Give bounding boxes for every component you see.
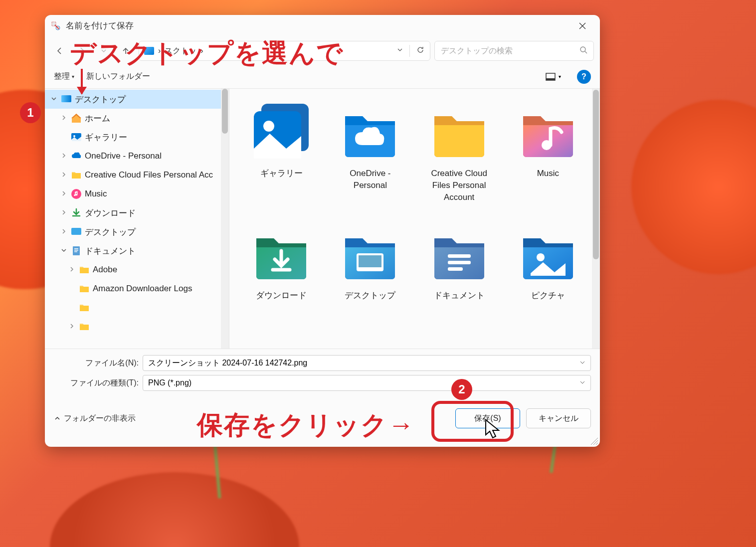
tree-item[interactable]: デスクトップ [45,222,229,241]
chevron-icon[interactable] [60,172,68,179]
file-item-label: デスクトップ [345,290,395,314]
chevron-icon[interactable] [68,266,76,274]
file-item-label: ピクチャ [531,290,565,314]
file-item[interactable]: ピクチャ [506,217,590,318]
breadcrumb-current[interactable]: スクトッ [165,46,196,56]
content-area: デスクトップホームギャラリーOneDrive - PersonalCreativ… [45,89,600,349]
tree-item[interactable]: ドキュメント [45,241,229,260]
svg-rect-4 [546,78,555,80]
chevron-down-icon[interactable] [396,46,403,55]
svg-point-8 [73,135,75,137]
tree-item[interactable]: ギャラリー [45,128,229,147]
tree-scrollbar[interactable] [221,89,229,349]
tree-item-label: Amazon Downloader Logs [93,284,192,294]
forward-button[interactable] [73,42,91,60]
document-icon [71,245,82,256]
filename-panel: ファイル名(N): ファイルの種類(T): PNG (*.png) [45,349,600,395]
filename-input[interactable] [148,359,579,367]
file-item[interactable]: ドキュメント [417,217,501,318]
filename-label: ファイル名(N): [54,358,139,368]
chevron-icon[interactable] [60,209,68,217]
view-options-button[interactable]: ▾ [542,71,565,83]
chevron-icon[interactable] [68,323,76,331]
svg-rect-12 [74,248,78,249]
folder-icon [79,302,90,313]
onedrive-icon [71,151,82,162]
file-item[interactable]: ギャラリー [239,95,323,207]
chevron-down-icon[interactable] [579,378,585,387]
music-icon [513,99,583,164]
new-folder-button[interactable]: 新しいフォルダー [86,71,150,82]
chevron-icon[interactable] [60,190,68,198]
desktop-icon [61,94,72,105]
close-button[interactable] [571,18,594,34]
breadcrumb-sep: › [158,46,161,55]
tree-item[interactable]: OneDrive - Personal [45,147,229,166]
dialog-footer: フォルダーの非表示 保存(S) キャンセル [45,395,600,447]
tree-item-label: ギャラリー [85,132,127,143]
address-bar[interactable]: › スクトッ › [139,41,430,61]
svg-rect-13 [74,250,78,251]
search-icon[interactable] [579,46,587,56]
recent-button[interactable] [95,42,113,60]
tree-item-label: デスクトップ [85,226,136,238]
file-list[interactable]: ギャラリーOneDrive - PersonalCreative Cloud F… [229,89,600,349]
folder-icon [79,264,90,275]
help-button[interactable]: ? [577,70,591,84]
search-box[interactable] [434,41,594,61]
file-item[interactable]: Music [506,95,590,207]
organize-button[interactable]: 整理▾ [54,71,74,82]
chevron-down-icon[interactable] [579,359,585,367]
download-icon [71,207,82,218]
refresh-button[interactable] [416,45,425,56]
cancel-button[interactable]: キャンセル [526,408,591,428]
file-item[interactable]: ダウンロード [239,217,323,318]
file-item[interactable]: OneDrive - Personal [328,95,412,207]
tree-item[interactable]: Amazon Downloader Logs [45,279,229,298]
filetype-combobox[interactable]: PNG (*.png) [143,375,591,391]
chevron-icon[interactable] [60,153,68,160]
chevron-icon[interactable] [60,115,68,122]
filetype-value: PNG (*.png) [148,378,191,387]
tree-item[interactable]: Adobe [45,260,229,279]
tree-item[interactable] [45,317,229,336]
file-item[interactable]: デスクトップ [328,217,412,318]
tree-item[interactable]: Music [45,184,229,203]
svg-rect-14 [74,251,77,252]
svg-rect-20 [359,255,381,267]
files-scrollbar[interactable] [592,89,600,349]
tree-item-label: ホーム [85,113,110,124]
tree-item[interactable]: ダウンロード [45,203,229,222]
tree-item-label: Music [85,189,107,199]
folder-tree[interactable]: デスクトップホームギャラリーOneDrive - PersonalCreativ… [45,89,229,349]
chevron-icon[interactable] [60,228,68,236]
back-button[interactable] [51,42,69,60]
tree-item[interactable]: Creative Cloud Files Personal Acc [45,166,229,184]
titlebar: 名前を付けて保存 [45,15,600,37]
svg-rect-11 [73,246,80,255]
tree-item[interactable]: デスクトップ [45,90,229,109]
hide-folders-button[interactable]: フォルダーの非表示 [54,413,136,424]
location-icon [144,47,154,55]
tree-item[interactable] [45,298,229,317]
file-item-label: ドキュメント [434,290,485,314]
home-icon [71,113,82,124]
filename-combobox[interactable] [143,355,591,371]
app-icon [51,21,61,31]
svg-rect-10 [71,228,81,235]
search-input[interactable] [441,46,579,55]
svg-point-17 [263,121,274,132]
annotation-arrow-icon [81,69,83,94]
tree-item[interactable]: ホーム [45,109,229,128]
tree-item-label: Adobe [93,265,117,275]
chevron-icon[interactable] [60,247,68,255]
resize-grip[interactable] [591,438,598,445]
svg-rect-21 [448,254,471,258]
chevron-icon[interactable] [50,96,58,103]
svg-point-24 [537,253,545,261]
up-button[interactable] [117,42,135,60]
cursor-icon [484,419,504,442]
tree-item-label: OneDrive - Personal [85,151,162,161]
file-item-label: OneDrive - Personal [332,168,408,191]
file-item[interactable]: Creative Cloud Files Personal Account [417,95,501,207]
